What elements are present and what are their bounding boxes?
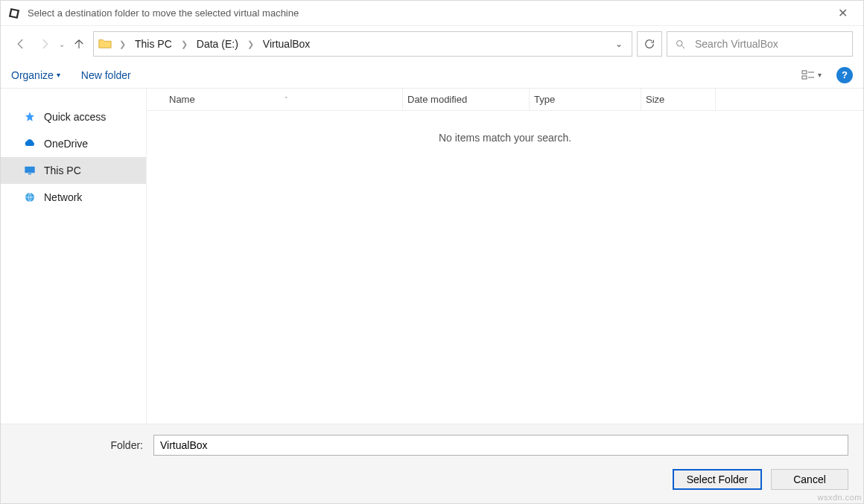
close-button[interactable]: ✕ xyxy=(828,1,857,26)
select-folder-button[interactable]: Select Folder xyxy=(673,469,762,490)
navigation-row: ⌄ ❯ This PC ❯ Data (E:) ❯ VirtualBox ⌄ xyxy=(1,26,863,62)
sidebar-item-label: Quick access xyxy=(44,111,106,123)
chevron-down-icon: ▾ xyxy=(818,71,822,79)
organize-button[interactable]: Organize ▾ xyxy=(11,69,60,81)
svg-rect-8 xyxy=(25,167,34,173)
breadcrumb-virtualbox[interactable]: VirtualBox xyxy=(261,36,312,51)
sidebar-item-onedrive[interactable]: OneDrive xyxy=(1,130,146,157)
cloud-icon xyxy=(23,137,36,150)
sidebar-item-label: This PC xyxy=(44,165,81,176)
svg-rect-1 xyxy=(11,10,18,16)
up-button[interactable] xyxy=(69,34,89,54)
navigation-pane: Quick access OneDrive This PC Network xyxy=(1,89,147,424)
dialog-title: Select a destination folder to move the … xyxy=(28,7,299,19)
dialog-footer: Folder: Select Folder Cancel xyxy=(1,424,863,503)
command-bar: Organize ▾ New folder ▾ ? xyxy=(1,62,863,89)
folder-label: Folder: xyxy=(16,439,146,451)
svg-rect-4 xyxy=(802,71,807,74)
sidebar-item-network[interactable]: Network xyxy=(1,184,146,211)
column-header-type[interactable]: Type xyxy=(530,89,641,110)
button-row: Select Folder Cancel xyxy=(16,469,848,490)
address-bar[interactable]: ❯ This PC ❯ Data (E:) ❯ VirtualBox ⌄ xyxy=(93,31,632,57)
title-bar: Select a destination folder to move the … xyxy=(1,1,863,26)
folder-icon xyxy=(98,37,112,51)
sidebar-item-label: OneDrive xyxy=(44,138,88,150)
svg-point-2 xyxy=(677,40,683,46)
app-icon xyxy=(7,6,22,21)
dialog-body: Quick access OneDrive This PC Network Na… xyxy=(1,89,863,424)
dialog-window: Select a destination folder to move the … xyxy=(0,0,864,504)
network-icon xyxy=(23,191,36,204)
file-list-pane: Name ˄ Date modified Type Size No items … xyxy=(147,89,863,424)
column-header-size[interactable]: Size xyxy=(641,89,716,110)
help-button[interactable]: ? xyxy=(836,67,853,83)
breadcrumb-data-e[interactable]: Data (E:) xyxy=(195,36,240,51)
recent-locations-button[interactable]: ⌄ xyxy=(59,40,65,48)
monitor-icon xyxy=(23,164,36,177)
sort-indicator-icon: ˄ xyxy=(195,96,288,103)
search-box[interactable] xyxy=(667,31,853,57)
column-headers: Name ˄ Date modified Type Size xyxy=(147,89,863,111)
forward-button[interactable] xyxy=(35,34,54,54)
chevron-down-icon: ▾ xyxy=(57,71,60,79)
folder-name-input[interactable] xyxy=(153,435,848,456)
watermark: wsxdn.com xyxy=(817,493,862,502)
column-header-date[interactable]: Date modified xyxy=(403,89,530,110)
star-icon xyxy=(23,110,36,124)
chevron-right-icon[interactable]: ❯ xyxy=(243,39,258,49)
column-header-name[interactable]: Name ˄ xyxy=(165,89,403,110)
sidebar-item-this-pc[interactable]: This PC xyxy=(1,157,146,184)
empty-message: No items match your search. xyxy=(147,111,863,144)
cancel-button[interactable]: Cancel xyxy=(771,469,848,490)
folder-input-row: Folder: xyxy=(16,435,848,456)
chevron-right-icon[interactable]: ❯ xyxy=(115,39,130,49)
svg-rect-5 xyxy=(802,76,807,79)
view-options-button[interactable]: ▾ xyxy=(796,66,826,84)
refresh-button[interactable] xyxy=(637,31,662,57)
new-folder-button[interactable]: New folder xyxy=(81,69,131,81)
search-icon xyxy=(675,39,686,50)
address-dropdown-button[interactable]: ⌄ xyxy=(609,39,629,49)
svg-rect-9 xyxy=(28,173,31,174)
sidebar-item-quick-access[interactable]: Quick access xyxy=(1,103,146,130)
breadcrumb-this-pc[interactable]: This PC xyxy=(133,36,174,51)
chevron-right-icon[interactable]: ❯ xyxy=(177,39,192,49)
back-button[interactable] xyxy=(11,34,31,54)
svg-line-3 xyxy=(682,45,684,48)
search-input[interactable] xyxy=(693,37,845,51)
sidebar-item-label: Network xyxy=(44,191,82,203)
